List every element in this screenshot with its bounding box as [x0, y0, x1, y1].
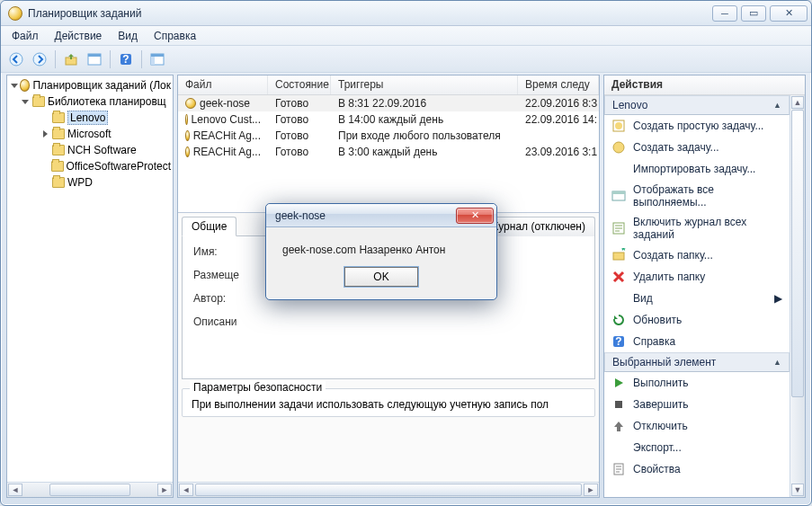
actions-vscroll[interactable]: ▲ ▼: [790, 95, 805, 497]
col-state[interactable]: Состояние: [268, 75, 331, 94]
back-button[interactable]: [6, 49, 26, 69]
col-trig[interactable]: Триггеры: [331, 75, 518, 94]
action-show-running[interactable]: Отображать все выполняемы...: [604, 180, 790, 212]
columns-button[interactable]: [147, 49, 167, 69]
scroll-down-button[interactable]: ▼: [791, 484, 804, 496]
tree-item-officesoftware[interactable]: OfficeSoftwareProtect: [9, 158, 171, 174]
dialog-close-button[interactable]: ✕: [456, 208, 494, 224]
tree-item-lenovo[interactable]: Lenovo: [9, 110, 171, 126]
action-create-task[interactable]: Создать задачу...: [604, 137, 790, 158]
action-export[interactable]: Экспорт...: [604, 437, 790, 458]
tree-label: Библиотека планировщ: [48, 95, 166, 108]
toolbar-separator: [110, 50, 111, 68]
running-icon: [611, 189, 626, 203]
tree-label: Планировщик заданий (Лок: [32, 79, 171, 92]
menu-action[interactable]: Действие: [48, 28, 110, 44]
minimize-button[interactable]: ─: [712, 5, 737, 22]
svg-point-0: [10, 53, 22, 66]
menubar: Файл Действие Вид Справка: [1, 26, 811, 46]
task-row[interactable]: geek-nose Готово В 8:31 22.09.2016 22.09…: [178, 95, 599, 111]
col-file[interactable]: Файл: [178, 75, 268, 94]
tree-item-wpd[interactable]: WPD: [9, 174, 171, 191]
action-enable-history[interactable]: Включить журнал всех заданий: [604, 212, 790, 244]
help-button[interactable]: ?: [116, 49, 136, 69]
folder-icon: [52, 145, 65, 155]
list-header: Файл Состояние Триггеры Время следу: [178, 75, 599, 95]
svg-text:*: *: [621, 248, 626, 257]
task-row[interactable]: REACHit Ag... Готово При входе любого по…: [178, 128, 599, 144]
svg-rect-4: [88, 54, 101, 57]
scroll-up-button[interactable]: ▲: [791, 96, 804, 109]
up-button[interactable]: [61, 49, 81, 69]
menu-view[interactable]: Вид: [111, 28, 145, 44]
task-row[interactable]: REACHit Ag... Готово В 3:00 каждый день …: [178, 144, 599, 160]
chevron-right-icon: ▶: [774, 292, 782, 305]
actions-pane: Действия Lenovo▲ Создать простую задачу.…: [603, 75, 806, 498]
col-time[interactable]: Время следу: [518, 75, 599, 94]
action-help[interactable]: ?Справка: [604, 331, 790, 352]
disable-icon: [611, 419, 626, 433]
tree-root[interactable]: Планировщик заданий (Лок: [9, 77, 171, 93]
svg-rect-20: [615, 401, 622, 408]
scroll-left-button[interactable]: ◄: [8, 484, 22, 496]
scroll-thumb[interactable]: [195, 484, 582, 496]
actions-header: Действия: [604, 75, 805, 95]
dialog-ok-button[interactable]: OK: [344, 267, 418, 287]
scroll-left-button[interactable]: ◄: [179, 484, 193, 496]
location-label: Размеще: [193, 269, 274, 281]
actions-section-context[interactable]: Lenovo▲: [604, 95, 790, 115]
action-view[interactable]: Вид▶: [604, 288, 790, 309]
folder-icon: [32, 96, 45, 107]
window-controls: ─ ▭ ✕: [712, 5, 808, 22]
scroll-thumb[interactable]: [791, 110, 804, 397]
import-icon: [611, 162, 626, 176]
task-icon: [611, 140, 626, 155]
new-folder-icon: *: [611, 248, 626, 262]
tree-library[interactable]: Библиотека планировщ: [9, 93, 171, 110]
forward-button[interactable]: [30, 49, 49, 69]
action-disable[interactable]: Отключить: [604, 415, 790, 437]
tree-item-microsoft[interactable]: Microsoft: [9, 126, 171, 142]
stop-icon: [611, 397, 626, 412]
maximize-button[interactable]: ▭: [741, 5, 766, 22]
svg-text:?: ?: [615, 335, 621, 348]
window-title: Планировщик заданий: [28, 7, 141, 20]
tree-item-nch[interactable]: NCH Software: [9, 142, 171, 158]
expand-icon[interactable]: [41, 130, 49, 138]
tree-hscroll[interactable]: ◄ ►: [7, 482, 173, 497]
action-refresh[interactable]: Обновить: [604, 309, 790, 331]
menu-file[interactable]: Файл: [4, 28, 46, 44]
history-icon: [611, 221, 626, 235]
action-new-folder[interactable]: *Создать папку...: [604, 244, 790, 266]
refresh-icon: [611, 313, 626, 327]
action-end[interactable]: Завершить: [604, 394, 790, 415]
export-icon: [611, 440, 626, 455]
action-import[interactable]: Импортировать задачу...: [604, 158, 790, 180]
desc-label: Описани: [193, 315, 274, 328]
task-row[interactable]: Lenovo Cust... Готово В 14:00 каждый ден…: [178, 111, 599, 128]
actions-section-selected[interactable]: Выбранный элемент▲: [604, 352, 790, 372]
scheduler-icon: [20, 79, 30, 92]
scroll-right-button[interactable]: ►: [584, 484, 598, 496]
app-icon: [8, 6, 22, 21]
scroll-thumb[interactable]: [49, 484, 130, 496]
action-delete-folder[interactable]: Удалить папку: [604, 266, 790, 288]
details-hscroll[interactable]: ◄ ►: [178, 482, 599, 497]
menu-help[interactable]: Справка: [147, 28, 203, 44]
tab-general[interactable]: Общие: [182, 217, 236, 236]
properties-icon: [611, 462, 626, 476]
expand-icon[interactable]: [22, 98, 30, 106]
action-properties[interactable]: Свойства: [604, 458, 790, 480]
panel-button[interactable]: [85, 49, 104, 69]
toolbar: ?: [1, 46, 811, 73]
svg-point-12: [613, 142, 624, 153]
dialog-text: geek-nose.com Назаренко Антон: [266, 227, 496, 267]
action-run[interactable]: Выполнить: [604, 372, 790, 394]
tree-pane: Планировщик заданий (Лок Библиотека план…: [6, 75, 174, 498]
close-button[interactable]: ✕: [770, 5, 808, 22]
expand-icon[interactable]: [11, 82, 17, 90]
action-create-basic[interactable]: Создать простую задачу...: [604, 115, 790, 137]
security-group: Параметры безопасности При выполнении за…: [182, 388, 595, 417]
scroll-right-button[interactable]: ►: [157, 484, 172, 496]
tree-label: Lenovo: [67, 111, 108, 125]
